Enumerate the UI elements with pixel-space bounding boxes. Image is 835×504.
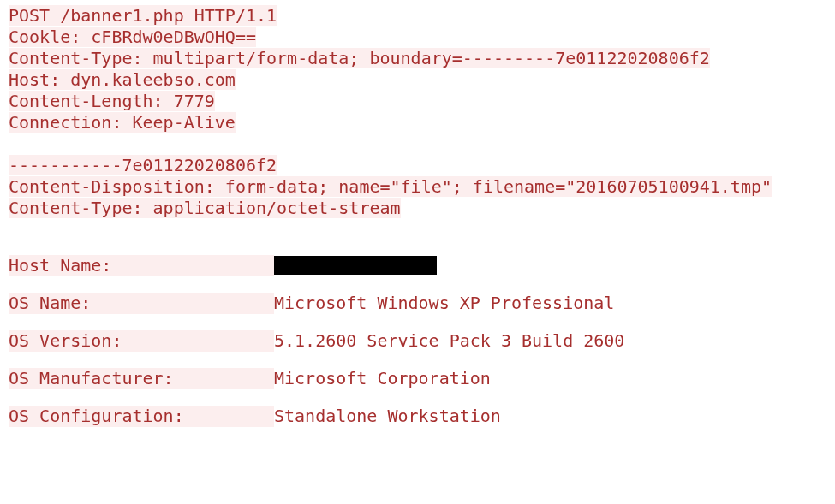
http-body-content-type: Content-Type: application/octet-stream <box>9 198 826 219</box>
info-label: Host Name: <box>9 255 274 276</box>
http-content-length-header: Content-Length: 7779 <box>9 91 826 112</box>
info-label: OS Manufacturer: <box>9 368 274 389</box>
redacted-block <box>274 256 437 275</box>
http-cookie-header: Cookle: cFBRdw0eDBwOHQ== <box>9 27 826 48</box>
http-host-header: Host: dyn.kaleebso.com <box>9 69 826 91</box>
http-content-type-header: Content-Type: multipart/form-data; bound… <box>9 48 826 69</box>
blank-line <box>9 133 826 155</box>
system-info-section: Host Name: OS Name:Microsoft Windows XP … <box>9 255 826 427</box>
info-row-os-name: OS Name:Microsoft Windows XP Professiona… <box>9 293 826 314</box>
info-value: Microsoft Windows XP Professional <box>274 293 614 313</box>
info-row-host-name: Host Name: <box>9 255 826 276</box>
info-row-os-version: OS Version:5.1.2600 Service Pack 3 Build… <box>9 330 826 352</box>
http-connection-header: Connection: Keep-Alive <box>9 112 826 133</box>
http-request-line: POST /banner1.php HTTP/1.1 <box>9 5 826 27</box>
info-row-os-configuration: OS Configuration:Standalone Workstation <box>9 406 826 427</box>
info-row-os-manufacturer: OS Manufacturer:Microsoft Corporation <box>9 368 826 389</box>
http-content-disposition: Content-Disposition: form-data; name="fi… <box>9 176 826 198</box>
http-boundary-line: -----------7e01122020806f2 <box>9 155 826 176</box>
info-value: Microsoft Corporation <box>274 368 491 388</box>
info-label: OS Configuration: <box>9 406 274 427</box>
info-value: 5.1.2600 Service Pack 3 Build 2600 <box>274 330 624 351</box>
info-label: OS Name: <box>9 293 274 314</box>
info-label: OS Version: <box>9 330 274 352</box>
info-value: Standalone Workstation <box>274 406 501 426</box>
